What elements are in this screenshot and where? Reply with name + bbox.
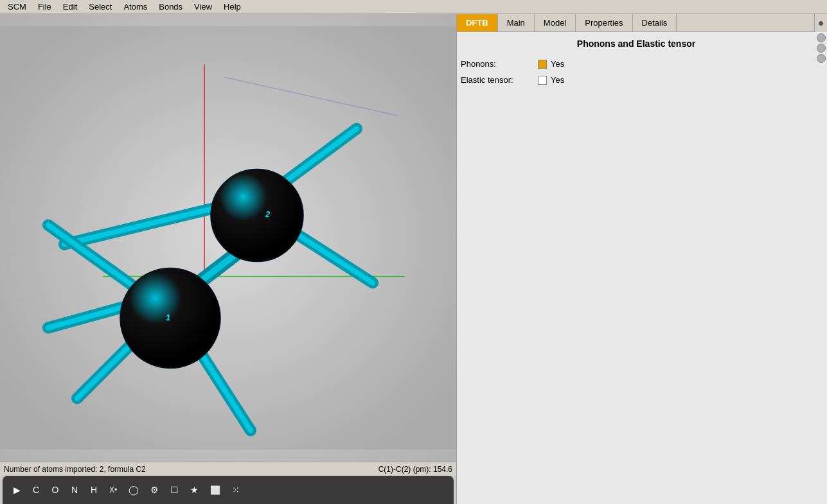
elastic-tensor-row: Elastic tensor: Yes xyxy=(461,75,812,85)
menu-help[interactable]: Help xyxy=(218,1,246,13)
box-tool-btn[interactable]: ⬜ xyxy=(206,483,224,498)
tab-model[interactable]: Model xyxy=(535,14,576,31)
elastic-tensor-checkbox[interactable] xyxy=(538,76,547,85)
ring-tool-btn[interactable]: ◯ xyxy=(125,482,143,498)
nitrogen-tool-btn[interactable]: N xyxy=(67,482,82,498)
menu-file[interactable]: File xyxy=(33,1,57,13)
dots-tool-btn[interactable]: ⁙ xyxy=(228,482,244,498)
phonons-label: Phonons: xyxy=(461,59,538,69)
svg-text:1: 1 xyxy=(166,313,170,322)
menu-scm[interactable]: SCM xyxy=(3,1,31,13)
oxygen-tool-btn[interactable]: O xyxy=(48,482,63,498)
panel-inner: Phonons and Elastic tensor Phonons: Yes … xyxy=(457,32,827,504)
right-scrollbar xyxy=(815,32,827,504)
toolbar: ▶ C O N H X• ◯ ⚙ ☐ ★ ⬜ ⁙ xyxy=(3,476,454,504)
star-tool-btn[interactable]: ★ xyxy=(186,482,202,498)
panel-close-btn[interactable]: ● xyxy=(814,14,827,32)
tab-main[interactable]: Main xyxy=(498,14,535,31)
phonons-value: Yes xyxy=(551,59,564,69)
status-atoms: Number of atoms imported: 2, formula C2 xyxy=(4,465,146,474)
x-tool-btn[interactable]: X• xyxy=(105,483,121,497)
status-bond: C(1)-C(2) (pm): 154.6 xyxy=(378,465,452,474)
status-bar: Number of atoms imported: 2, formula C2 … xyxy=(0,462,456,476)
tab-bar: DFTB Main Model Properties Details ● xyxy=(457,14,827,32)
svg-point-29 xyxy=(211,169,303,262)
molecule-viewport[interactable]: 2 1 xyxy=(0,14,456,462)
menubar: SCM File Edit Select Atoms Bonds View He… xyxy=(0,0,827,14)
menu-select[interactable]: Select xyxy=(84,1,117,13)
hydrogen-tool-btn[interactable]: H xyxy=(86,482,102,498)
panel-content-area: Phonons and Elastic tensor Phonons: Yes … xyxy=(457,32,815,504)
carbon-tool-btn[interactable]: C xyxy=(28,482,44,498)
phonons-checkbox-group[interactable]: Yes xyxy=(538,59,564,69)
right-panel: DFTB Main Model Properties Details ● Pho… xyxy=(456,14,827,504)
tab-dftb[interactable]: DFTB xyxy=(457,14,498,31)
menu-bonds[interactable]: Bonds xyxy=(154,1,188,13)
scroll-btn-1[interactable] xyxy=(817,33,826,42)
elastic-tensor-checkbox-group[interactable]: Yes xyxy=(538,75,564,85)
main-area: 2 1 Number of atoms imported: 2, formula… xyxy=(0,14,827,504)
scroll-btn-2[interactable] xyxy=(817,44,826,53)
tab-properties[interactable]: Properties xyxy=(576,14,632,31)
menu-edit[interactable]: Edit xyxy=(58,1,82,13)
elastic-tensor-value: Yes xyxy=(551,75,564,85)
svg-text:2: 2 xyxy=(265,209,271,219)
panel-title: Phonons and Elastic tensor xyxy=(461,39,812,49)
square-tool-btn[interactable]: ☐ xyxy=(166,482,182,498)
menu-atoms[interactable]: Atoms xyxy=(118,1,152,13)
menu-view[interactable]: View xyxy=(189,1,217,13)
phonons-row: Phonons: Yes xyxy=(461,59,812,69)
elastic-tensor-label: Elastic tensor: xyxy=(461,75,538,85)
phonons-checkbox[interactable] xyxy=(538,60,547,69)
scroll-btn-3[interactable] xyxy=(817,54,826,63)
tab-details[interactable]: Details xyxy=(633,14,677,31)
gear-tool-btn[interactable]: ⚙ xyxy=(147,482,163,498)
cursor-tool-btn[interactable]: ▶ xyxy=(9,482,24,498)
viewport-panel: 2 1 Number of atoms imported: 2, formula… xyxy=(0,14,456,504)
